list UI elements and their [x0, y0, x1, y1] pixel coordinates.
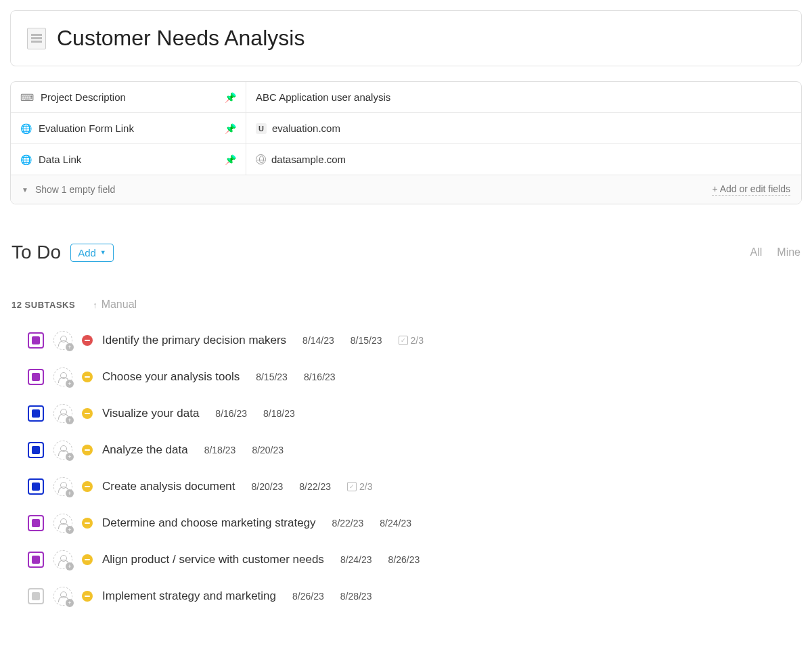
filter-all[interactable]: All — [750, 246, 763, 259]
chevron-down-icon[interactable]: ▼ — [22, 186, 28, 194]
assignee-icon[interactable]: + — [53, 404, 72, 423]
todo-title: To Do — [12, 242, 61, 263]
sort-control[interactable]: ↑ Manual — [93, 298, 137, 311]
check-icon: ✓ — [399, 336, 408, 345]
field-label-cell[interactable]: ⌨Project Description📌 — [11, 82, 246, 112]
field-value: datasample.com — [271, 154, 346, 165]
priority-icon[interactable] — [82, 554, 93, 565]
status-checkbox[interactable] — [28, 442, 44, 458]
subtasks-header: 12 SUBTASKS ↑ Manual — [10, 298, 802, 311]
assignee-icon[interactable]: + — [53, 477, 72, 496]
subtask-title[interactable]: Analyze the data — [102, 443, 188, 457]
fields-footer: ▼ Show 1 empty field + Add or edit field… — [11, 175, 801, 204]
subtask-title[interactable]: Determine and choose marketing strategy — [102, 516, 316, 530]
pin-icon[interactable]: 📌 — [225, 154, 236, 165]
assignee-icon[interactable]: + — [53, 367, 72, 386]
subtask-checklist-count[interactable]: ✓2/3 — [347, 481, 372, 492]
status-checkbox[interactable] — [28, 478, 44, 495]
priority-icon[interactable] — [82, 481, 93, 492]
subtask-start-date[interactable]: 8/18/23 — [204, 445, 236, 455]
subtask-title[interactable]: Choose your analysis tools — [102, 370, 240, 384]
subtask-checklist-count[interactable]: ✓2/3 — [399, 335, 424, 346]
field-label: Project Description — [41, 91, 218, 103]
subtask-title[interactable]: Create analysis document — [102, 480, 235, 493]
subtask-row: +Align product / service with customer n… — [28, 550, 802, 569]
status-checkbox[interactable] — [28, 552, 44, 568]
assignee-icon[interactable]: + — [53, 587, 72, 606]
add-edit-fields-button[interactable]: + Add or edit fields — [712, 183, 790, 196]
subtask-end-date[interactable]: 8/18/23 — [263, 408, 295, 419]
subtask-end-date[interactable]: 8/22/23 — [299, 481, 331, 492]
assignee-icon[interactable]: + — [53, 331, 72, 350]
todo-header: To Do Add ▼ All Mine — [10, 242, 802, 263]
text-field-icon: ⌨ — [20, 92, 34, 103]
priority-icon[interactable] — [82, 591, 93, 602]
link-favicon-icon — [256, 154, 266, 164]
pin-icon[interactable]: 📌 — [225, 92, 236, 103]
subtask-title[interactable]: Align product / service with customer ne… — [102, 553, 324, 566]
subtask-start-date[interactable]: 8/20/23 — [252, 481, 284, 492]
subtask-end-date[interactable]: 8/24/23 — [380, 518, 411, 529]
field-value: evaluation.com — [272, 122, 340, 134]
field-value: ABC Application user analysis — [256, 91, 390, 103]
field-row: 🌐Data Link📌datasample.com — [11, 144, 801, 175]
priority-icon[interactable] — [82, 518, 93, 529]
status-checkbox[interactable] — [28, 332, 44, 349]
page-title: Customer Needs Analysis — [57, 26, 304, 51]
subtask-row: +Visualize your data8/16/238/18/23 — [28, 404, 802, 423]
subtask-end-date[interactable]: 8/16/23 — [304, 372, 336, 382]
subtask-start-date[interactable]: 8/22/23 — [332, 518, 364, 529]
status-checkbox[interactable] — [28, 369, 44, 385]
chevron-down-icon: ▼ — [100, 249, 106, 256]
link-favicon-icon: U — [256, 123, 267, 134]
field-label-cell[interactable]: 🌐Data Link📌 — [11, 144, 246, 175]
pin-icon[interactable]: 📌 — [225, 123, 236, 134]
field-value-cell[interactable]: datasample.com — [246, 144, 801, 175]
subtask-start-date[interactable]: 8/15/23 — [256, 372, 288, 382]
subtask-start-date[interactable]: 8/14/23 — [302, 335, 334, 346]
subtask-start-date[interactable]: 8/24/23 — [340, 554, 372, 565]
priority-icon[interactable] — [82, 335, 93, 346]
field-value-cell[interactable]: ABC Application user analysis — [246, 82, 801, 112]
status-checkbox[interactable] — [28, 405, 44, 422]
subtask-title[interactable]: Implement strategy and marketing — [102, 589, 276, 603]
subtask-end-date[interactable]: 8/15/23 — [351, 335, 382, 346]
priority-icon[interactable] — [82, 372, 93, 382]
subtask-list: +Identify the primary decision makers8/1… — [10, 331, 802, 606]
plus-icon: + — [66, 562, 74, 570]
field-label-cell[interactable]: 🌐Evaluation Form Link📌 — [11, 113, 246, 143]
field-value-cell[interactable]: Uevaluation.com — [246, 113, 801, 143]
subtask-end-date[interactable]: 8/28/23 — [340, 591, 372, 602]
plus-icon: + — [66, 599, 74, 607]
subtask-end-date[interactable]: 8/26/23 — [388, 554, 420, 565]
field-row: 🌐Evaluation Form Link📌Uevaluation.com — [11, 113, 801, 144]
subtask-row: +Identify the primary decision makers8/1… — [28, 331, 802, 350]
subtask-start-date[interactable]: 8/16/23 — [215, 408, 247, 419]
subtask-end-date[interactable]: 8/20/23 — [252, 445, 284, 455]
add-button-label: Add — [78, 247, 96, 259]
field-label: Data Link — [39, 154, 218, 165]
show-empty-fields[interactable]: Show 1 empty field — [35, 184, 115, 195]
assignee-icon[interactable]: + — [53, 550, 72, 569]
add-button[interactable]: Add ▼ — [70, 244, 114, 262]
fields-card: ⌨Project Description📌ABC Application use… — [10, 81, 802, 204]
subtask-title[interactable]: Visualize your data — [102, 407, 199, 420]
assignee-icon[interactable]: + — [53, 514, 72, 533]
field-label: Evaluation Form Link — [39, 122, 218, 134]
priority-icon[interactable] — [82, 445, 93, 455]
plus-icon: + — [66, 380, 74, 388]
subtask-row: +Determine and choose marketing strategy… — [28, 514, 802, 533]
priority-icon[interactable] — [82, 408, 93, 419]
globe-icon: 🌐 — [20, 123, 32, 134]
sort-label-text: Manual — [102, 298, 137, 311]
title-card: Customer Needs Analysis — [10, 10, 802, 66]
subtask-title[interactable]: Identify the primary decision makers — [102, 334, 286, 347]
subtask-count-label: 12 SUBTASKS — [12, 300, 75, 310]
check-icon: ✓ — [347, 482, 357, 491]
subtask-start-date[interactable]: 8/26/23 — [292, 591, 324, 602]
status-checkbox[interactable] — [28, 588, 44, 604]
status-checkbox[interactable] — [28, 515, 44, 531]
field-row: ⌨Project Description📌ABC Application use… — [11, 82, 801, 113]
filter-mine[interactable]: Mine — [777, 246, 800, 259]
assignee-icon[interactable]: + — [53, 441, 72, 460]
